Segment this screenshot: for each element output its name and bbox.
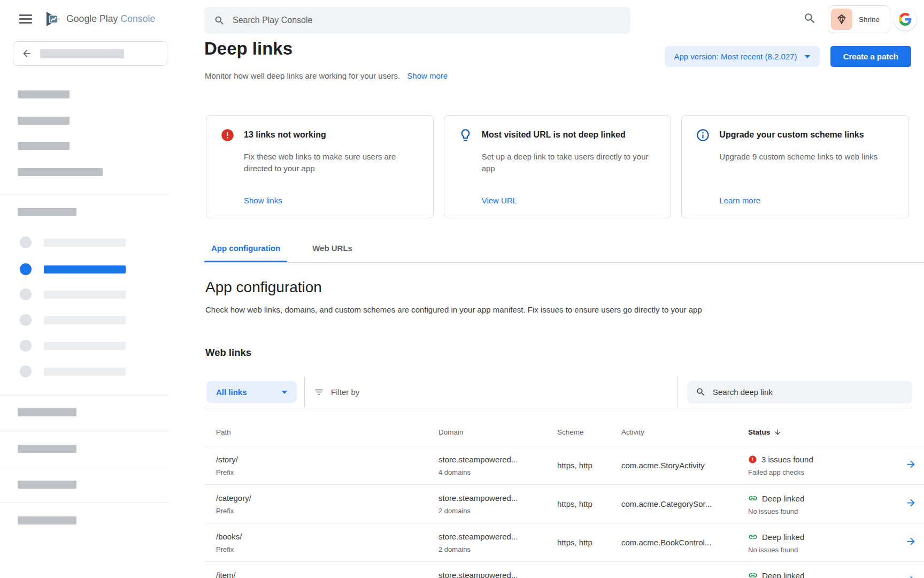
table-row[interactable]: /story/Prefix store.steampowered...4 dom…	[204, 446, 924, 485]
nav-bullet-icon	[20, 288, 32, 300]
link-icon	[748, 532, 758, 542]
skeleton-label	[44, 368, 126, 376]
row-domain: store.steampowered...	[438, 493, 557, 503]
skeleton-label	[44, 239, 126, 247]
row-domain-count: 2 domains	[438, 507, 557, 515]
column-domain: Domain	[438, 428, 557, 436]
skeleton-nav-group[interactable]	[18, 481, 76, 489]
skeleton-nav-group[interactable]	[18, 445, 76, 453]
row-domain: store.steampowered...	[438, 455, 557, 464]
row-domain: store.steampowered...	[438, 532, 557, 541]
sidebar-item[interactable]	[20, 237, 126, 248]
sidebar-divider	[0, 194, 170, 194]
card-title: Upgrade your custom scheme links	[719, 128, 895, 142]
row-activity: com.acme.StoryActivity	[621, 461, 748, 470]
arrow-forward-icon	[905, 459, 917, 470]
show-more-link[interactable]: Show more	[407, 71, 448, 80]
row-open-button[interactable]	[905, 459, 924, 472]
table-header: Path Domain Scheme Activity Status	[204, 428, 924, 446]
insight-cards: 13 links not working Fix these web links…	[206, 115, 909, 218]
tab-web-urls[interactable]: Web URLs	[312, 244, 352, 262]
search-icon	[696, 387, 706, 397]
play-console-deep-links-page: { "topbar": { "logo": { "google_play": "…	[0, 0, 924, 578]
arrow-forward-icon	[905, 574, 917, 578]
logo-console: Console	[120, 13, 155, 24]
arrow-back-icon	[21, 48, 32, 59]
row-domain-count: 2 domains	[438, 545, 557, 553]
create-patch-button[interactable]: Create a patch	[830, 46, 911, 67]
row-scheme: https, http	[557, 499, 621, 508]
table-row[interactable]: /category/Prefix store.steampowered...2 …	[204, 485, 924, 523]
sidebar-item[interactable]	[20, 340, 126, 352]
section-heading: App configuration	[205, 279, 322, 296]
links-filter-dropdown[interactable]: All links	[206, 381, 297, 403]
header-controls: App version: Most recent (8.2.027) Creat…	[665, 46, 912, 67]
hamburger-menu-icon[interactable]	[19, 14, 32, 24]
sidebar-item[interactable]	[20, 366, 126, 377]
divider	[304, 376, 305, 408]
row-status: Deep linked	[762, 494, 804, 503]
error-icon	[748, 455, 757, 464]
filter-by-label: Filter by	[331, 387, 359, 397]
card-most-visited-url: Most visited URL is not deep linked Set …	[444, 115, 672, 218]
show-links-link[interactable]: Show links	[244, 196, 419, 205]
row-activity: com.acme.CategorySor...	[621, 499, 748, 508]
web-links-heading: Web links	[205, 347, 251, 359]
sidebar-item[interactable]	[20, 288, 126, 300]
skeleton-label	[44, 342, 126, 350]
page-title: Deep links	[204, 39, 292, 59]
table-row[interactable]: /books/Prefix store.steampowered...2 dom…	[204, 523, 924, 562]
google-play-console-logo-icon	[44, 11, 61, 27]
row-status-sub: Failed app checks	[748, 468, 889, 476]
info-icon	[696, 128, 710, 142]
row-status: Deep linked	[762, 533, 804, 542]
row-path: /story/	[216, 455, 438, 464]
skeleton-nav-item	[18, 142, 70, 150]
card-body: Upgrade 9 custom scheme links to web lin…	[719, 151, 895, 163]
row-open-button[interactable]	[905, 574, 924, 578]
column-status-label: Status	[748, 428, 770, 436]
column-activity: Activity	[621, 428, 748, 436]
sidebar-divider	[0, 503, 170, 503]
row-path-type: Prefix	[216, 545, 438, 553]
arrow-forward-icon	[905, 536, 917, 547]
sidebar-divider	[0, 467, 170, 467]
learn-more-link[interactable]: Learn more	[719, 196, 895, 205]
card-body: Fix these web links to make sure users a…	[244, 151, 419, 174]
links-filter-label: All links	[216, 387, 274, 397]
sidebar-item-selected[interactable]	[20, 263, 126, 275]
link-icon	[748, 571, 758, 578]
tab-bar: App configuration Web URLs	[204, 244, 924, 263]
nav-bullet-icon	[20, 314, 32, 326]
divider	[677, 376, 677, 408]
table-row[interactable]: /item/ store.steampowered... Deep linked	[204, 562, 924, 578]
filter-icon	[314, 387, 324, 397]
link-icon	[748, 493, 758, 503]
page-subtitle: Monitor how well deep links are working …	[205, 71, 448, 80]
app-version-dropdown[interactable]: App version: Most recent (8.2.027)	[665, 46, 820, 67]
back-button[interactable]	[13, 41, 167, 66]
row-status-sub: No issues found	[748, 546, 889, 554]
section-description: Check how web links, domains, and custom…	[205, 305, 702, 314]
sidebar-item[interactable]	[20, 314, 126, 326]
logo-text: Google Play Console	[66, 13, 155, 25]
row-status: Deep linked	[762, 571, 804, 578]
error-icon	[220, 128, 235, 142]
column-status-sort[interactable]: Status	[748, 428, 889, 436]
tab-app-configuration[interactable]: App configuration	[211, 244, 280, 262]
skeleton-nav-item	[18, 168, 103, 176]
row-open-button[interactable]	[905, 497, 924, 511]
skeleton-nav-group[interactable]	[18, 516, 76, 524]
chevron-down-icon	[282, 391, 287, 394]
sidebar: Google Play Console	[0, 0, 170, 578]
deep-link-search-input[interactable]	[713, 387, 889, 397]
view-url-link[interactable]: View URL	[482, 196, 657, 205]
deep-link-search-bar[interactable]	[687, 381, 912, 404]
app-version-label: App version: Most recent (8.2.027)	[674, 52, 797, 61]
skeleton-nav-group[interactable]	[18, 408, 76, 416]
column-scheme: Scheme	[557, 428, 621, 436]
nav-bullet-icon	[20, 263, 32, 275]
row-open-button[interactable]	[905, 536, 924, 549]
filter-by-button[interactable]: Filter by	[314, 387, 359, 397]
row-path: /category/	[216, 493, 438, 503]
